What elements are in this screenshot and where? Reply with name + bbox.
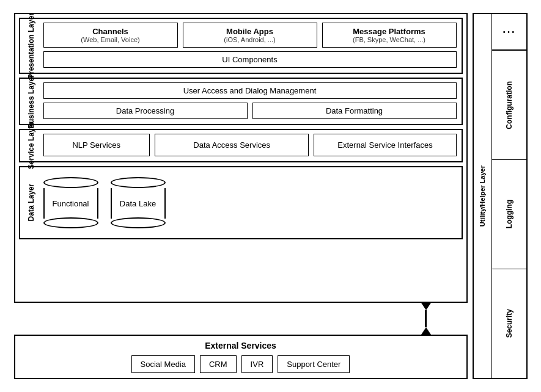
datalake-cylinder-shape: Data Lake [111,177,166,228]
external-services-title: External Services [20,341,462,350]
mobile-apps-box: Mobile Apps (iOS, Android, ...) [183,23,317,48]
functional-label: Functional [53,199,89,208]
business-label-container: Business Layer [20,79,42,124]
user-access-box: User Access and Dialog Management [43,82,457,99]
social-media-box: Social Media [131,355,195,373]
business-layer: Business Layer User Access and Dialog Ma… [19,78,463,125]
ivr-box: IVR [241,355,273,373]
data-label-container: Data Layer [20,167,42,238]
data-inner: Functional Data Lake [43,172,457,233]
message-platforms-subtitle: (FB, Skype, WeChat, ...) [329,36,450,43]
utility-dots: ⋯ [492,14,526,51]
functional-cylinder-top [43,177,98,188]
business-inner: User Access and Dialog Management Data P… [43,82,457,119]
crm-label: CRM [209,360,227,369]
data-label: Data Layer [27,184,35,221]
channels-title: Channels [50,27,171,36]
service-label-container: Service Layer [20,130,42,161]
arrow-head-down [421,303,431,310]
service-label: Service Layer [27,122,35,169]
functional-cylinder: Functional [43,177,98,228]
datalake-cylinder-body: Data Lake [111,188,166,219]
mobile-apps-subtitle: (iOS, Android, ...) [190,36,311,43]
datalake-label: Data Lake [120,199,156,208]
architecture-diagram: Presentation Layer Channels (Web, Email,… [8,7,534,385]
message-platforms-title: Message Platforms [329,27,450,36]
support-center-label: Support Center [287,360,340,369]
architecture-box: Presentation Layer Channels (Web, Email,… [14,13,468,303]
vertical-arrow [421,303,431,335]
pres-top-row: Channels (Web, Email, Voice) Mobile Apps… [43,23,457,48]
ivr-label: IVR [251,360,264,369]
logging-label: Logging [505,200,513,228]
datalake-cylinder-top [111,177,166,188]
arrow-section [14,303,468,335]
presentation-inner: Channels (Web, Email, Voice) Mobile Apps… [43,23,457,68]
das-box: Data Access Services [155,134,309,156]
channels-subtitle: (Web, Email, Voice) [50,36,171,43]
data-processing-box: Data Processing [43,103,248,119]
service-layer: Service Layer NLP Services Data Access S… [19,129,463,162]
data-formatting-box: Data Formatting [252,103,457,119]
biz-row: Data Processing Data Formatting [43,103,457,119]
external-services-items: Social Media CRM IVR Support Center [20,355,462,373]
arrow-shaft [425,310,427,327]
arrow-head-up [421,327,431,335]
social-media-label: Social Media [141,360,186,369]
esi-label: External Service Interfaces [337,140,432,150]
external-services-box: External Services Social Media CRM IVR S… [14,335,468,379]
configuration-item: Configuration [492,51,526,160]
channels-box: Channels (Web, Email, Voice) [43,23,178,48]
security-item: Security [492,269,526,378]
utility-panel: Utility/Helper Layer ⋯ Configuration Log… [473,13,528,379]
center-section: Presentation Layer Channels (Web, Email,… [14,13,468,379]
business-label: Business Layer [27,74,35,129]
main-wrapper: Presentation Layer Channels (Web, Email,… [14,13,528,379]
functional-cylinder-shape: Functional [43,177,98,228]
data-layer: Data Layer Functional [19,166,463,239]
esi-box: External Service Interfaces [314,134,456,156]
mobile-apps-title: Mobile Apps [190,27,311,36]
utility-boxes: ⋯ Configuration Logging Security [492,14,526,378]
crm-box: CRM [200,355,237,373]
ui-components-box: UI Components [43,51,457,68]
security-label: Security [505,309,513,338]
utility-label-container: Utility/Helper Layer [474,14,492,378]
functional-cylinder-bottom [43,217,98,228]
datalake-cylinder-bottom [111,217,166,228]
presentation-layer: Presentation Layer Channels (Web, Email,… [19,18,463,74]
nlp-services-box: NLP Services [43,134,150,156]
utility-label: Utility/Helper Layer [479,165,486,227]
datalake-cylinder: Data Lake [111,177,166,228]
presentation-label: Presentation Layer [27,13,35,79]
configuration-label: Configuration [505,81,513,129]
service-inner: NLP Services Data Access Services Extern… [43,134,457,156]
presentation-label-container: Presentation Layer [20,19,42,73]
support-center-box: Support Center [278,355,350,373]
logging-item: Logging [492,160,526,269]
functional-cylinder-body: Functional [43,188,98,219]
message-platforms-box: Message Platforms (FB, Skype, WeChat, ..… [322,23,457,48]
